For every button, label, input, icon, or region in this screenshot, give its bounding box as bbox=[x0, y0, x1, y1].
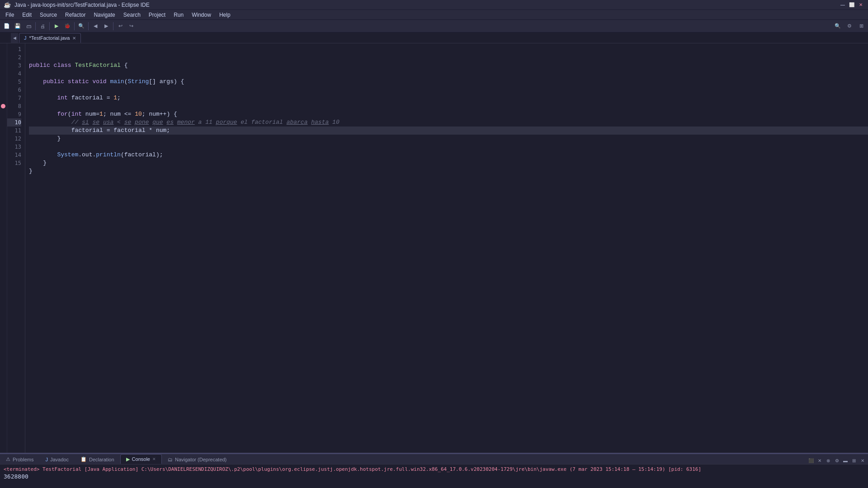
tab-close-button[interactable]: ✕ bbox=[72, 36, 76, 41]
declaration-icon: 📋 bbox=[80, 456, 87, 462]
save-all-button[interactable]: 🗃 bbox=[24, 21, 33, 31]
console-icon: ▶ bbox=[126, 456, 130, 462]
toolbar-sep-3 bbox=[74, 22, 75, 30]
tab-javadoc[interactable]: J Javadoc bbox=[39, 454, 74, 464]
code-line-9: // si se usa < se pone que es menor a 11… bbox=[29, 119, 340, 126]
maximize-button[interactable]: ⬜ bbox=[848, 1, 855, 9]
tab-console-label: Console bbox=[132, 456, 150, 462]
editor-tabs: ◀ J *TestFactorial.java ✕ bbox=[0, 33, 868, 43]
menu-help[interactable]: Help bbox=[216, 11, 234, 19]
tab-navigator-label: Navigator (Deprecated) bbox=[175, 457, 226, 462]
console-terminated-text: <terminated> TestFactorial [Java Applica… bbox=[4, 466, 864, 472]
tab-navigator[interactable]: 🗂 Navigator (Deprecated) bbox=[162, 454, 232, 464]
console-panel: <terminated> TestFactorial [Java Applica… bbox=[0, 465, 868, 488]
navigator-icon: 🗂 bbox=[168, 457, 173, 462]
tab-collapse-button[interactable]: ◀ bbox=[11, 33, 18, 43]
toolbar-sep-5 bbox=[113, 22, 113, 30]
tab-declaration[interactable]: 📋 Declaration bbox=[75, 454, 120, 464]
title-bar: ☕ Java - java-loops-init/src/TestFactori… bbox=[0, 0, 868, 10]
panel-close-button[interactable]: ✕ bbox=[859, 457, 866, 464]
menu-refactor[interactable]: Refactor bbox=[61, 11, 89, 19]
panel-stop-button[interactable]: ⬛ bbox=[807, 457, 815, 464]
menu-project[interactable]: Project bbox=[145, 11, 169, 19]
new-button[interactable]: 📄 bbox=[2, 21, 12, 31]
panel-remove-button[interactable]: ✕ bbox=[816, 457, 823, 464]
undo-button[interactable]: ↩ bbox=[115, 21, 125, 31]
code-line-2: public class TestFactorial { bbox=[29, 62, 127, 69]
toolbar-sep-2 bbox=[49, 22, 50, 30]
toolbar-sep-1 bbox=[35, 22, 36, 30]
console-output: 3628800 bbox=[4, 473, 864, 480]
code-line-15: } bbox=[29, 168, 33, 174]
code-line-10: factorial = factorial * num; bbox=[29, 127, 868, 135]
save-button[interactable]: 💾 bbox=[13, 21, 23, 31]
code-line-14: } bbox=[29, 160, 47, 166]
redo-button[interactable]: ↪ bbox=[126, 21, 136, 31]
tab-javadoc-label: Javadoc bbox=[50, 457, 69, 462]
perspective-icon[interactable]: ⊞ bbox=[856, 21, 866, 31]
panel-minimize-button[interactable]: ▬ bbox=[842, 457, 849, 464]
editor-tab-testfactorial[interactable]: J *TestFactorial.java ✕ bbox=[19, 33, 81, 43]
tab-problems-label: Problems bbox=[13, 457, 33, 462]
toolbar-sep-4 bbox=[88, 22, 89, 30]
console-tab-close[interactable]: ✕ bbox=[152, 457, 156, 461]
menu-search[interactable]: Search bbox=[120, 11, 144, 19]
menu-window[interactable]: Window bbox=[188, 11, 215, 19]
panel-controls: ⬛ ✕ ⊗ ⚙ ▬ ⊞ ✕ bbox=[807, 457, 868, 464]
line-numbers: 1 2 3 4 5 6 7 8 9 10 11 12 13 14 15 bbox=[7, 43, 25, 453]
code-editor[interactable]: public class TestFactorial { public stat… bbox=[25, 43, 868, 453]
menu-file[interactable]: File bbox=[2, 11, 18, 19]
code-line-4: public static void main(String[] args) { bbox=[29, 78, 184, 85]
tab-console[interactable]: ▶ Console ✕ bbox=[120, 454, 162, 464]
debug-button[interactable]: 🐞 bbox=[62, 21, 72, 31]
search-files-button[interactable]: 🔍 bbox=[76, 21, 86, 31]
minimize-button[interactable]: — bbox=[839, 1, 846, 9]
tab-declaration-label: Declaration bbox=[89, 457, 114, 462]
search-right-icon[interactable]: 🔍 bbox=[833, 21, 843, 31]
toolbar: 📄 💾 🗃 🖨 ▶ 🐞 🔍 ◀ ▶ ↩ ↪ 🔍 ⚙ ⊞ bbox=[0, 20, 868, 33]
main-editor-area: 1 2 3 4 5 6 7 8 9 10 11 12 13 14 15 publ… bbox=[0, 43, 868, 453]
editor-tab-label: *TestFactorial.java bbox=[29, 35, 70, 41]
menu-edit[interactable]: Edit bbox=[19, 11, 35, 19]
code-line-6: int factorial = 1; bbox=[29, 94, 121, 101]
bottom-panel-wrapper: ⚠ Problems J Javadoc 📋 Declaration ▶ Con… bbox=[0, 453, 868, 488]
menu-navigate[interactable]: Navigate bbox=[90, 11, 118, 19]
app-icon: ☕ bbox=[4, 1, 11, 8]
menu-run[interactable]: Run bbox=[170, 11, 187, 19]
menu-source[interactable]: Source bbox=[36, 11, 61, 19]
javadoc-icon: J bbox=[45, 457, 48, 462]
panel-options-button[interactable]: ⚙ bbox=[833, 457, 840, 464]
back-button[interactable]: ◀ bbox=[90, 21, 100, 31]
bottom-panel-tabs: ⚠ Problems J Javadoc 📋 Declaration ▶ Con… bbox=[0, 454, 868, 465]
java-file-icon: J bbox=[24, 35, 27, 41]
run-button[interactable]: ▶ bbox=[52, 21, 61, 31]
menu-bar: File Edit Source Refactor Navigate Searc… bbox=[0, 10, 868, 20]
code-line-8: for(int num=1; num <= 10; num++) { bbox=[29, 111, 177, 117]
forward-button[interactable]: ▶ bbox=[101, 21, 111, 31]
print-button[interactable]: 🖨 bbox=[38, 21, 47, 31]
close-button[interactable]: ✕ bbox=[857, 1, 864, 9]
settings-icon[interactable]: ⚙ bbox=[844, 21, 854, 31]
tab-problems[interactable]: ⚠ Problems bbox=[0, 454, 39, 464]
code-line-13: System.out.println(factorial); bbox=[29, 151, 163, 158]
code-line-11: } bbox=[29, 135, 61, 142]
window-title: Java - java-loops-init/src/TestFactorial… bbox=[14, 2, 150, 8]
panel-maximize-button[interactable]: ⊞ bbox=[850, 457, 858, 464]
problems-icon: ⚠ bbox=[6, 456, 10, 462]
breakpoint-marker bbox=[0, 102, 7, 110]
panel-remove-all-button[interactable]: ⊗ bbox=[825, 457, 832, 464]
left-margin bbox=[0, 43, 7, 453]
